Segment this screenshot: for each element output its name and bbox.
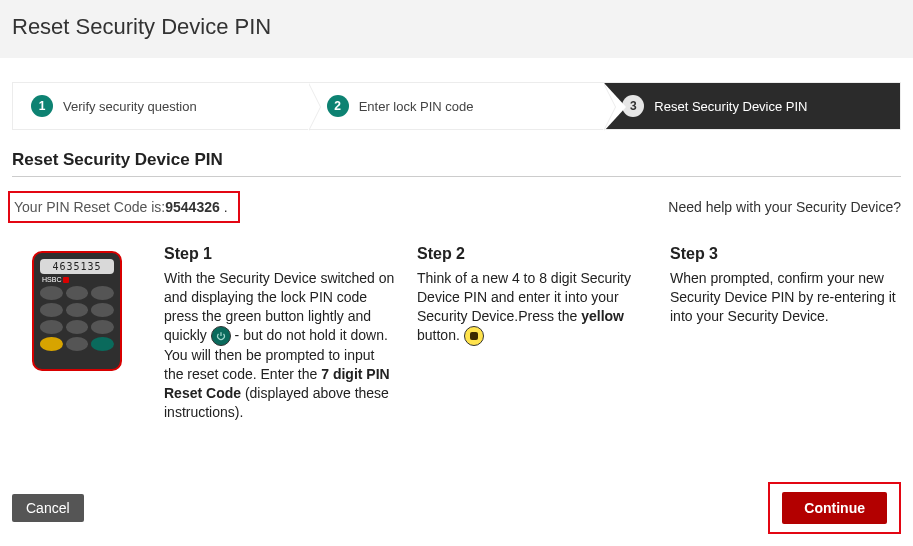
device-screen: 4635135 [40,259,114,274]
instructions-row: 4635135 HSBC Step 1 With the Security De… [12,245,901,422]
step-1-text: With the Security Device switched on and… [164,269,395,422]
step-1-title: Step 1 [164,245,395,263]
page-header: Reset Security Device PIN [0,0,913,58]
wizard-step-2-label: Enter lock PIN code [359,99,474,114]
step-3: Step 3 When prompted, confirm your new S… [670,245,901,326]
hsbc-logo-icon [63,277,69,283]
yellow-button-icon [464,326,484,346]
security-device-image: 4635135 HSBC [32,251,122,371]
green-button-icon [211,326,231,346]
wizard-step-1: 1 Verify security question [13,83,309,129]
step-2: Step 2 Think of a new 4 to 8 digit Secur… [417,245,648,346]
device-brand: HSBC [42,276,114,283]
step-2-text: Think of a new 4 to 8 digit Security Dev… [417,269,648,346]
wizard-step-3-num: 3 [622,95,644,117]
footer-actions: Cancel Continue [12,482,901,546]
pin-reset-code-suffix: . [220,199,228,215]
device-keypad [40,286,114,351]
section-title: Reset Security Device PIN [12,150,901,177]
step-2-title: Step 2 [417,245,648,263]
continue-button[interactable]: Continue [782,492,887,524]
help-link[interactable]: Need help with your Security Device? [668,199,901,215]
cancel-button[interactable]: Cancel [12,494,84,522]
wizard-step-3: 3 Reset Security Device PIN [604,83,900,129]
wizard-step-2: 2 Enter lock PIN code [309,83,605,129]
wizard-step-2-num: 2 [327,95,349,117]
wizard-step-1-num: 1 [31,95,53,117]
wizard-step-3-label: Reset Security Device PIN [654,99,807,114]
step-1: Step 1 With the Security Device switched… [164,245,395,422]
step-3-title: Step 3 [670,245,901,263]
pin-reset-code-label: Your PIN Reset Code is: [14,199,165,215]
step-3-text: When prompted, confirm your new Security… [670,269,901,326]
page-title: Reset Security Device PIN [12,14,901,40]
pin-reset-code-value: 9544326 [165,199,220,215]
keypad-yellow-button-icon [40,337,63,351]
wizard-step-1-label: Verify security question [63,99,197,114]
keypad-green-button-icon [91,337,114,351]
continue-button-highlight: Continue [768,482,901,534]
pin-reset-code-box: Your PIN Reset Code is:9544326 . [8,191,240,223]
wizard-steps: 1 Verify security question 2 Enter lock … [12,82,901,130]
